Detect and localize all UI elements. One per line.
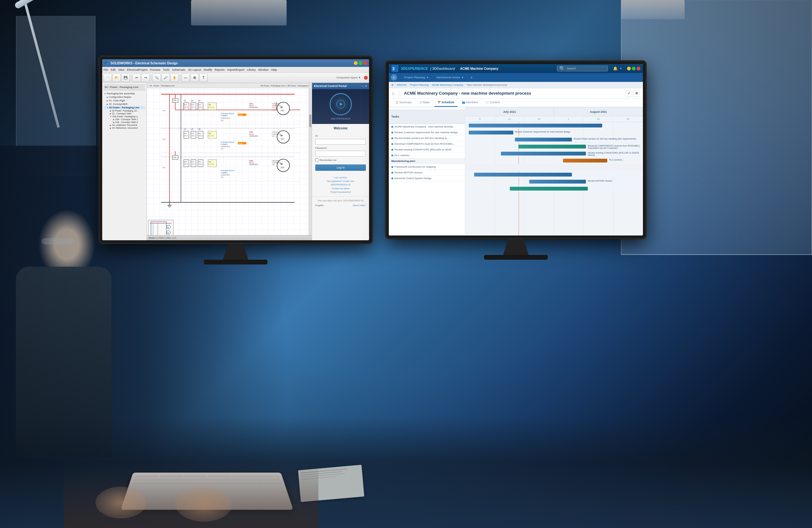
tool-zoom-out[interactable]: 🔎 — [161, 74, 170, 82]
portal-login-form[interactable]: ID Password Remember me Log In — [312, 131, 369, 174]
task-item-7[interactable]: Framework construction for shipping — [389, 164, 465, 170]
solidworks-title: SOLIDWORKS - Electrical Schematic Design — [111, 61, 352, 65]
task-item-8[interactable]: Review MOTOR choices — [389, 170, 465, 175]
menu-import[interactable]: Import/Export — [227, 68, 245, 71]
right-minimize-btn[interactable] — [627, 67, 631, 70]
breadcrumb-project[interactable]: Project Planning — [410, 84, 429, 86]
portal-help-link[interactable]: Need help? — [353, 204, 366, 207]
breadcrumb-enovia[interactable]: ENOVIA — [397, 84, 407, 86]
add-tab-icon[interactable]: + — [620, 66, 622, 71]
gantt-row-9[interactable] — [465, 185, 643, 192]
tab-project-planning[interactable]: Project Planning ▼ — [401, 74, 432, 81]
user-avatar[interactable]: A — [391, 74, 397, 81]
portal-id-input[interactable] — [315, 139, 366, 145]
menu-modify[interactable]: Modify — [204, 68, 213, 71]
portal-link-4[interactable]: Contact my admin — [312, 187, 369, 190]
menu-schematic[interactable]: Schematic — [172, 68, 185, 71]
task-item-2[interactable]: Review Robot vendors for 20# box handlin… — [389, 135, 465, 141]
tree-item-ref[interactable]: ▶ 04- Reference- Document — [103, 127, 145, 129]
tool-text[interactable]: T — [199, 74, 208, 82]
tool-pan[interactable]: ✋ — [170, 74, 179, 82]
search-bar[interactable]: 🔍 Search — [557, 66, 608, 71]
gantt-chart-area[interactable]: July 2021 August 2021 5 12 23 1 12 23 — [465, 108, 643, 236]
gantt-row-1[interactable]: Review Customer requirements for new mac… — [465, 129, 643, 136]
gantt-row-3[interactable]: Electrical COMPONENTS must be from ROCKW… — [465, 143, 643, 150]
minimize-btn[interactable] — [354, 61, 358, 65]
menu-reports[interactable]: Reports — [215, 68, 225, 71]
menu-help[interactable]: Help — [271, 68, 277, 71]
tool-new[interactable]: 📄 — [103, 74, 112, 82]
portal-close-btn[interactable]: ✕ — [365, 85, 367, 88]
gantt-row-7[interactable] — [465, 171, 643, 178]
tool-wire[interactable]: — — [182, 74, 190, 82]
tree-item-root[interactable]: ▼ Packaging line assembly — [103, 92, 145, 95]
portal-link-3[interactable]: 3DEXPERIENCE ID — [312, 183, 369, 186]
tool-save[interactable]: 💾 — [121, 74, 130, 82]
portal-password-input[interactable] — [315, 151, 366, 156]
tree-item-power-1[interactable]: ▶ 02 Power- Packaging Lin... — [103, 109, 145, 112]
menu-window[interactable]: Window — [258, 68, 269, 71]
menu-process[interactable]: Process — [150, 68, 160, 71]
settings-icon[interactable]: ⚙ — [633, 90, 640, 97]
action-tab-tasks[interactable]: ☑ Tasks — [416, 98, 433, 107]
schematic-drawing-area[interactable]: 02 - Power - Packaging Line ▷ 02 - Diagr… — [147, 83, 312, 240]
tool-open[interactable]: 📂 — [112, 74, 121, 82]
task-item-9[interactable]: Electrical Control System Design — [389, 175, 465, 181]
notification-icon[interactable]: 🔔 — [613, 66, 618, 71]
gantt-row-2[interactable]: Review Robot vendors for 20# box handlin… — [465, 136, 643, 143]
add-new-tab-btn[interactable]: + — [470, 75, 473, 80]
window-controls[interactable] — [354, 61, 367, 65]
task-item-5[interactable]: PLC controls - — [389, 153, 465, 158]
maximize-btn[interactable] — [359, 61, 362, 65]
action-tab-summary[interactable]: 📋 Summary — [392, 98, 415, 107]
tree-item-conveyor[interactable]: ▶ 02- ConveyorBelt — [103, 102, 145, 106]
menu-electrical[interactable]: ElectricalProject — [127, 68, 147, 71]
scrollbar-thumb[interactable] — [309, 114, 311, 127]
tree-item-power-2a[interactable]: ▼ 02A Power- Packaging Li... — [103, 115, 145, 118]
tree-item-cs2[interactable]: ▶ 02A - Conveyor Start-2 — [103, 121, 145, 124]
tool-undo[interactable]: ↩ — [132, 74, 141, 82]
tree-item-config[interactable]: ▶ Configuration Region — [103, 95, 145, 99]
menu-2d[interactable]: 2D Layout — [188, 68, 201, 71]
portal-remember-checkbox[interactable] — [315, 158, 318, 161]
breadcrumb-company[interactable]: ACME Machinery Company — [432, 84, 464, 86]
portal-link-1[interactable]: I am not R2U — [312, 176, 369, 180]
right-close-btn[interactable] — [637, 67, 640, 70]
tool-component[interactable]: ⊞ — [190, 74, 199, 82]
action-tab-content[interactable]: 📄 Content — [482, 98, 503, 107]
task-item-4[interactable]: Review existing CONVEYORS (ROLLER vs SKA… — [389, 147, 465, 153]
task-item-1[interactable]: Review Customer requirements for new mac… — [389, 130, 465, 135]
menu-library[interactable]: Library — [247, 68, 256, 71]
right-maximize-btn[interactable] — [632, 67, 636, 70]
tree-item-conveyor-start[interactable]: ▶ 02 - Conveyor Start — [103, 112, 145, 115]
portal-minimize[interactable]: — — [361, 85, 364, 88]
portal-link-5[interactable]: Forgot my password — [312, 190, 369, 194]
task-item-0[interactable]: ACME Machinery Company - new machine dev… — [389, 124, 465, 130]
svg-text:L2A: L2A — [221, 120, 223, 122]
gantt-row-0[interactable] — [465, 122, 643, 129]
menu-file[interactable]: File — [103, 68, 108, 71]
tool-zoom-in[interactable]: 🔍 — [153, 74, 161, 82]
menu-tools[interactable]: Tools — [163, 68, 170, 71]
tree-item-undef[interactable]: ▶ 03- undefined- Document — [103, 124, 145, 127]
tab-mechanical-review[interactable]: Mechanical review ▼ — [433, 74, 467, 81]
action-tab-schedule[interactable]: 📅 Schedule — [434, 98, 458, 107]
menu-edit[interactable]: Edit — [111, 68, 116, 71]
expand-icon[interactable]: ⤢ — [626, 90, 632, 97]
action-tab-members[interactable]: 👥 Members — [459, 98, 481, 107]
tree-item-power[interactable]: ▼ 02 Power - Packaging Line — [103, 106, 145, 109]
close-btn[interactable] — [363, 61, 367, 65]
panel-close[interactable] — [364, 76, 368, 80]
tree-item-cs1[interactable]: ▶ 02A - Conveyor Start-1 — [103, 118, 145, 121]
task-item-3[interactable]: Electrical COMPONENTS must be from ROCKW… — [389, 141, 465, 147]
schematic-scrollbar[interactable] — [308, 83, 312, 240]
portal-link-2[interactable]: Not registered? Create now — [312, 180, 369, 183]
tree-item-chair[interactable]: ▶ 01- Chair-Right — [103, 99, 145, 102]
gantt-row-5[interactable]: PLC controls -- — [465, 157, 643, 164]
menu-view[interactable]: View — [118, 68, 124, 71]
right-window-controls[interactable] — [627, 67, 640, 70]
tool-redo[interactable]: ↪ — [141, 74, 150, 82]
gantt-row-4[interactable]: Review existing CONVEYORS (ROLLER vs SKA… — [465, 150, 643, 157]
gantt-row-8[interactable]: Review MOTOR choices — [465, 178, 643, 185]
portal-login-button[interactable]: Log In — [315, 165, 366, 171]
